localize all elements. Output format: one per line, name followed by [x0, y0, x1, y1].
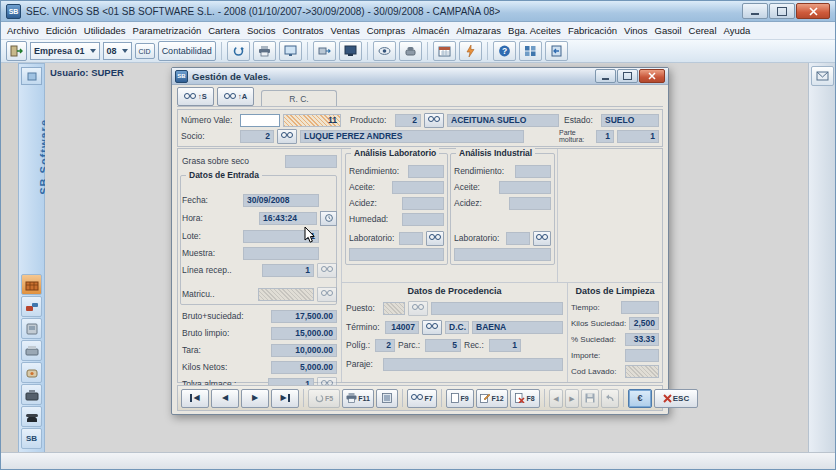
tara-field[interactable]: 10,000.00 [271, 344, 337, 357]
help-button[interactable]: ? [493, 41, 516, 61]
crate-shortcut[interactable] [21, 274, 42, 295]
save-button[interactable] [581, 389, 599, 408]
termino-lookup-button[interactable] [422, 320, 442, 335]
menu-item[interactable]: Bga. Aceites [508, 25, 561, 36]
dialog-maximize-button[interactable] [617, 69, 638, 83]
lab-laboratorio-field[interactable] [399, 232, 423, 245]
printer-button[interactable] [253, 41, 276, 61]
linea-recep-lookup-button[interactable] [317, 263, 337, 278]
logout-button[interactable] [6, 41, 27, 61]
undo-button[interactable] [601, 389, 619, 408]
cid-button[interactable]: CID [135, 43, 155, 59]
bruto-suciedad-field[interactable]: 17,500.00 [271, 310, 337, 323]
hora-picker-button[interactable] [320, 211, 337, 226]
next-block-button[interactable]: ▶ [565, 389, 579, 408]
lab-acidez-field[interactable] [402, 197, 444, 210]
nav-first-button[interactable]: ◀ [181, 389, 209, 408]
menu-item[interactable]: Archivo [7, 25, 39, 36]
numero-vale-seq-field[interactable]: 11 [283, 114, 341, 127]
close-button[interactable] [796, 3, 830, 19]
menu-item[interactable]: Cartera [208, 25, 240, 36]
pct-suciedad-field[interactable]: 33.33 [625, 333, 659, 346]
parc-field[interactable]: 5 [425, 339, 461, 352]
linea-recep-field[interactable]: 1 [262, 264, 314, 277]
menu-item[interactable]: Ventas [331, 25, 360, 36]
parte-moltura-field-2[interactable]: 1 [617, 130, 659, 143]
view-button[interactable] [373, 41, 396, 61]
lab-humedad-field[interactable] [402, 213, 444, 226]
muestra-field[interactable] [243, 247, 319, 260]
minimize-button[interactable] [742, 3, 768, 19]
fax-shortcut[interactable] [21, 384, 42, 405]
calendar-button[interactable] [433, 41, 456, 61]
lab-rendimiento-field[interactable] [408, 165, 444, 178]
polig-field[interactable]: 2 [375, 339, 395, 352]
flash-button[interactable] [459, 41, 482, 61]
dialog-minimize-button[interactable] [595, 69, 616, 83]
lab-laboratorio-lookup-button[interactable] [426, 231, 444, 246]
menu-item[interactable]: Contratos [282, 25, 323, 36]
menu-item[interactable]: Utilidades [84, 25, 126, 36]
producto-lookup-button[interactable] [424, 113, 444, 128]
producto-code-field[interactable]: 2 [395, 114, 421, 127]
copier-shortcut[interactable] [21, 340, 42, 361]
menu-item[interactable]: Compras [367, 25, 406, 36]
grasa-field[interactable] [285, 155, 337, 168]
edit-f12-button[interactable]: F12 [476, 389, 508, 408]
search-f7-button[interactable]: F7 [407, 389, 437, 408]
menu-item[interactable]: Edición [46, 25, 77, 36]
menu-item[interactable]: Almacén [412, 25, 449, 36]
paraje-field[interactable] [383, 358, 563, 371]
preview-button[interactable] [279, 41, 302, 61]
menu-item[interactable]: Gasoil [655, 25, 682, 36]
menu-item[interactable]: Ayuda [724, 25, 751, 36]
kilos-netos-field[interactable]: 5,000.00 [271, 361, 337, 374]
exit-app-button[interactable] [545, 41, 568, 61]
refresh-button[interactable] [227, 41, 250, 61]
contabilidad-button[interactable]: Contabilidad [158, 41, 216, 61]
termino-code-field[interactable]: 14007 [385, 321, 419, 334]
mail-button[interactable] [811, 66, 834, 86]
puesto-lookup-button[interactable] [408, 301, 428, 316]
ind-rendimiento-field[interactable] [515, 165, 551, 178]
menu-item[interactable]: Parametrización [133, 25, 202, 36]
tiempo-field[interactable] [621, 301, 659, 314]
hora-field[interactable]: 16:43:24 [259, 212, 317, 225]
socio-lookup-button[interactable] [277, 129, 297, 144]
menu-item[interactable]: Fabricación [568, 25, 617, 36]
menu-item[interactable]: Cereal [689, 25, 717, 36]
matricula-field[interactable] [258, 288, 314, 301]
ejercicio-select[interactable]: 08 [103, 42, 132, 60]
calculator-button[interactable] [376, 389, 398, 408]
tab-rc[interactable]: R. C. [261, 90, 337, 106]
ind-laboratorio-lookup-button[interactable] [533, 231, 551, 246]
nav-last-button[interactable]: ▶ [271, 389, 299, 408]
phone-button[interactable] [399, 41, 422, 61]
exit-esc-button[interactable]: ESC [654, 389, 698, 408]
monitor-button[interactable] [339, 41, 362, 61]
kilos-suciedad-field[interactable]: 2,500 [629, 317, 659, 330]
telephone-shortcut[interactable] [21, 406, 42, 427]
tools-shortcut[interactable] [21, 296, 42, 317]
puesto-field[interactable] [383, 302, 405, 315]
phone-shortcut[interactable] [21, 362, 42, 383]
numero-vale-input[interactable] [240, 114, 280, 127]
socio-code-field[interactable]: 2 [240, 130, 274, 143]
print-f11-button[interactable]: F11 [342, 389, 374, 408]
lookup-socio-button[interactable]: ↑S [177, 87, 214, 106]
menu-item[interactable]: Socios [247, 25, 276, 36]
send-button[interactable] [313, 41, 336, 61]
euro-button[interactable]: € [628, 389, 652, 408]
lab-aceite-field[interactable] [392, 181, 444, 194]
ind-acidez-field[interactable] [509, 197, 551, 210]
menu-item[interactable]: Vinos [624, 25, 648, 36]
empresa-select[interactable]: Empresa 01 [30, 42, 100, 60]
fecha-field[interactable]: 30/09/2008 [243, 194, 319, 207]
dialog-close-button[interactable] [639, 69, 665, 83]
sidebar-top-button[interactable] [21, 67, 42, 85]
nav-next-button[interactable]: ▶ [241, 389, 269, 408]
device-shortcut[interactable] [21, 318, 42, 339]
rec-field[interactable]: 1 [489, 339, 521, 352]
ind-laboratorio-field[interactable] [506, 232, 530, 245]
importe-field[interactable] [625, 349, 659, 362]
